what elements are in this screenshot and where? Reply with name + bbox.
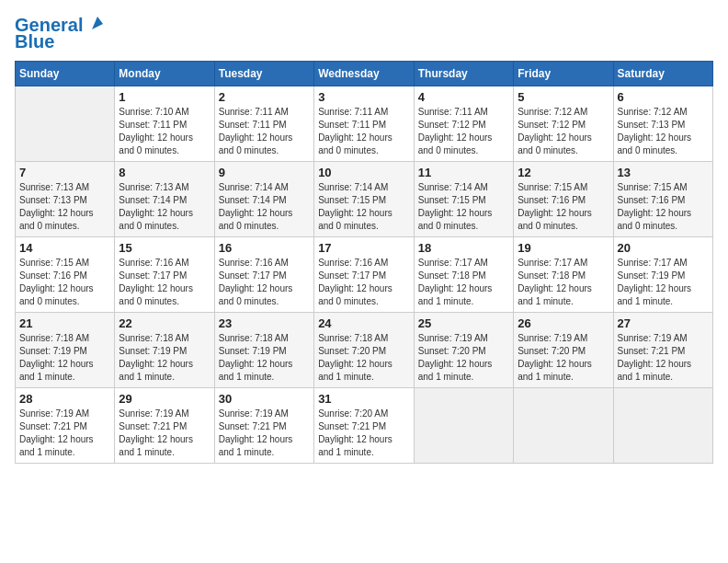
calendar-cell: 3Sunrise: 7:11 AMSunset: 7:11 PMDaylight… bbox=[314, 86, 415, 162]
weekday-header-row: SundayMondayTuesdayWednesdayThursdayFrid… bbox=[16, 62, 713, 86]
day-info: Sunrise: 7:14 AMSunset: 7:15 PMDaylight:… bbox=[418, 181, 509, 233]
calendar-cell: 29Sunrise: 7:19 AMSunset: 7:21 PMDayligh… bbox=[115, 388, 214, 464]
calendar-cell: 10Sunrise: 7:14 AMSunset: 7:15 PMDayligh… bbox=[314, 162, 415, 237]
day-number: 4 bbox=[418, 90, 509, 104]
calendar-cell: 17Sunrise: 7:16 AMSunset: 7:17 PMDayligh… bbox=[314, 237, 415, 313]
day-number: 22 bbox=[119, 316, 210, 330]
day-number: 17 bbox=[318, 241, 410, 255]
day-info: Sunrise: 7:12 AMSunset: 7:13 PMDaylight:… bbox=[618, 106, 710, 157]
day-info: Sunrise: 7:13 AMSunset: 7:13 PMDaylight:… bbox=[19, 181, 110, 233]
calendar-cell bbox=[414, 388, 513, 464]
weekday-header-saturday: Saturday bbox=[613, 62, 713, 86]
day-info: Sunrise: 7:19 AMSunset: 7:20 PMDaylight:… bbox=[518, 332, 609, 384]
day-number: 28 bbox=[19, 392, 110, 406]
calendar-cell: 28Sunrise: 7:19 AMSunset: 7:21 PMDayligh… bbox=[16, 388, 115, 464]
calendar-cell: 6Sunrise: 7:12 AMSunset: 7:13 PMDaylight… bbox=[613, 86, 713, 162]
weekday-header-friday: Friday bbox=[514, 62, 613, 86]
day-info: Sunrise: 7:14 AMSunset: 7:15 PMDaylight:… bbox=[318, 181, 410, 233]
day-info: Sunrise: 7:17 AMSunset: 7:18 PMDaylight:… bbox=[418, 257, 509, 308]
page-header: General Blue bbox=[15, 15, 713, 52]
weekday-header-sunday: Sunday bbox=[16, 62, 115, 86]
day-number: 8 bbox=[119, 166, 210, 179]
calendar-week-row: 1Sunrise: 7:10 AMSunset: 7:11 PMDaylight… bbox=[16, 86, 713, 162]
calendar-cell: 5Sunrise: 7:12 AMSunset: 7:12 PMDaylight… bbox=[514, 86, 613, 162]
day-number: 11 bbox=[418, 166, 509, 179]
day-info: Sunrise: 7:18 AMSunset: 7:19 PMDaylight:… bbox=[219, 332, 310, 384]
day-info: Sunrise: 7:19 AMSunset: 7:21 PMDaylight:… bbox=[119, 408, 210, 459]
calendar-cell: 9Sunrise: 7:14 AMSunset: 7:14 PMDaylight… bbox=[214, 162, 313, 237]
calendar-week-row: 21Sunrise: 7:18 AMSunset: 7:19 PMDayligh… bbox=[16, 313, 713, 388]
day-info: Sunrise: 7:19 AMSunset: 7:20 PMDaylight:… bbox=[418, 332, 509, 384]
calendar-week-row: 14Sunrise: 7:15 AMSunset: 7:16 PMDayligh… bbox=[16, 237, 713, 313]
calendar-cell: 31Sunrise: 7:20 AMSunset: 7:21 PMDayligh… bbox=[314, 388, 415, 464]
calendar-cell: 27Sunrise: 7:19 AMSunset: 7:21 PMDayligh… bbox=[613, 313, 713, 388]
day-number: 14 bbox=[19, 241, 110, 255]
day-info: Sunrise: 7:11 AMSunset: 7:11 PMDaylight:… bbox=[219, 106, 310, 157]
day-number: 18 bbox=[418, 241, 509, 255]
calendar-week-row: 28Sunrise: 7:19 AMSunset: 7:21 PMDayligh… bbox=[16, 388, 713, 464]
calendar-cell: 12Sunrise: 7:15 AMSunset: 7:16 PMDayligh… bbox=[514, 162, 613, 237]
day-info: Sunrise: 7:16 AMSunset: 7:17 PMDaylight:… bbox=[219, 257, 310, 308]
day-number: 19 bbox=[518, 241, 609, 255]
day-info: Sunrise: 7:16 AMSunset: 7:17 PMDaylight:… bbox=[318, 257, 410, 308]
day-number: 29 bbox=[119, 392, 210, 406]
day-number: 30 bbox=[219, 392, 310, 406]
day-number: 10 bbox=[318, 166, 410, 179]
calendar-cell: 30Sunrise: 7:19 AMSunset: 7:21 PMDayligh… bbox=[214, 388, 313, 464]
logo-bird-icon bbox=[85, 13, 105, 33]
calendar-cell: 13Sunrise: 7:15 AMSunset: 7:16 PMDayligh… bbox=[613, 162, 713, 237]
calendar-cell: 26Sunrise: 7:19 AMSunset: 7:20 PMDayligh… bbox=[514, 313, 613, 388]
calendar-cell: 21Sunrise: 7:18 AMSunset: 7:19 PMDayligh… bbox=[16, 313, 115, 388]
day-number: 24 bbox=[318, 316, 410, 330]
day-info: Sunrise: 7:19 AMSunset: 7:21 PMDaylight:… bbox=[219, 408, 310, 459]
day-info: Sunrise: 7:14 AMSunset: 7:14 PMDaylight:… bbox=[219, 181, 310, 233]
calendar-cell: 7Sunrise: 7:13 AMSunset: 7:13 PMDaylight… bbox=[16, 162, 115, 237]
calendar-cell: 1Sunrise: 7:10 AMSunset: 7:11 PMDaylight… bbox=[115, 86, 214, 162]
calendar-cell: 16Sunrise: 7:16 AMSunset: 7:17 PMDayligh… bbox=[214, 237, 313, 313]
calendar-cell: 20Sunrise: 7:17 AMSunset: 7:19 PMDayligh… bbox=[613, 237, 713, 313]
day-number: 2 bbox=[219, 90, 310, 104]
day-number: 27 bbox=[618, 316, 710, 330]
day-info: Sunrise: 7:17 AMSunset: 7:19 PMDaylight:… bbox=[618, 257, 710, 308]
day-info: Sunrise: 7:17 AMSunset: 7:18 PMDaylight:… bbox=[518, 257, 609, 308]
weekday-header-monday: Monday bbox=[115, 62, 214, 86]
day-info: Sunrise: 7:19 AMSunset: 7:21 PMDaylight:… bbox=[19, 408, 110, 459]
svg-marker-0 bbox=[92, 17, 103, 29]
day-info: Sunrise: 7:18 AMSunset: 7:19 PMDaylight:… bbox=[19, 332, 110, 384]
calendar-cell: 25Sunrise: 7:19 AMSunset: 7:20 PMDayligh… bbox=[414, 313, 513, 388]
day-number: 26 bbox=[518, 316, 609, 330]
calendar-cell: 14Sunrise: 7:15 AMSunset: 7:16 PMDayligh… bbox=[16, 237, 115, 313]
day-info: Sunrise: 7:12 AMSunset: 7:12 PMDaylight:… bbox=[518, 106, 609, 157]
weekday-header-wednesday: Wednesday bbox=[314, 62, 415, 86]
weekday-header-tuesday: Tuesday bbox=[214, 62, 313, 86]
day-info: Sunrise: 7:19 AMSunset: 7:21 PMDaylight:… bbox=[618, 332, 710, 384]
calendar-cell: 11Sunrise: 7:14 AMSunset: 7:15 PMDayligh… bbox=[414, 162, 513, 237]
day-number: 16 bbox=[219, 241, 310, 255]
day-info: Sunrise: 7:15 AMSunset: 7:16 PMDaylight:… bbox=[19, 257, 110, 308]
day-number: 31 bbox=[318, 392, 410, 406]
calendar-cell bbox=[613, 388, 713, 464]
calendar-cell: 22Sunrise: 7:18 AMSunset: 7:19 PMDayligh… bbox=[115, 313, 214, 388]
day-number: 9 bbox=[219, 166, 310, 179]
calendar-cell: 23Sunrise: 7:18 AMSunset: 7:19 PMDayligh… bbox=[214, 313, 313, 388]
calendar-cell bbox=[16, 86, 115, 162]
day-info: Sunrise: 7:11 AMSunset: 7:12 PMDaylight:… bbox=[418, 106, 509, 157]
day-info: Sunrise: 7:18 AMSunset: 7:20 PMDaylight:… bbox=[318, 332, 410, 384]
day-number: 13 bbox=[618, 166, 710, 179]
day-info: Sunrise: 7:20 AMSunset: 7:21 PMDaylight:… bbox=[318, 408, 410, 459]
calendar-cell: 8Sunrise: 7:13 AMSunset: 7:14 PMDaylight… bbox=[115, 162, 214, 237]
day-info: Sunrise: 7:10 AMSunset: 7:11 PMDaylight:… bbox=[119, 106, 210, 157]
calendar-cell: 18Sunrise: 7:17 AMSunset: 7:18 PMDayligh… bbox=[414, 237, 513, 313]
day-number: 12 bbox=[518, 166, 609, 179]
calendar-cell bbox=[514, 388, 613, 464]
calendar-cell: 24Sunrise: 7:18 AMSunset: 7:20 PMDayligh… bbox=[314, 313, 415, 388]
day-number: 7 bbox=[19, 166, 110, 179]
calendar-cell: 4Sunrise: 7:11 AMSunset: 7:12 PMDaylight… bbox=[414, 86, 513, 162]
calendar-week-row: 7Sunrise: 7:13 AMSunset: 7:13 PMDaylight… bbox=[16, 162, 713, 237]
day-number: 21 bbox=[19, 316, 110, 330]
day-number: 1 bbox=[119, 90, 210, 104]
day-info: Sunrise: 7:13 AMSunset: 7:14 PMDaylight:… bbox=[119, 181, 210, 233]
calendar-table: SundayMondayTuesdayWednesdayThursdayFrid… bbox=[15, 61, 713, 464]
day-number: 15 bbox=[119, 241, 210, 255]
calendar-cell: 15Sunrise: 7:16 AMSunset: 7:17 PMDayligh… bbox=[115, 237, 214, 313]
